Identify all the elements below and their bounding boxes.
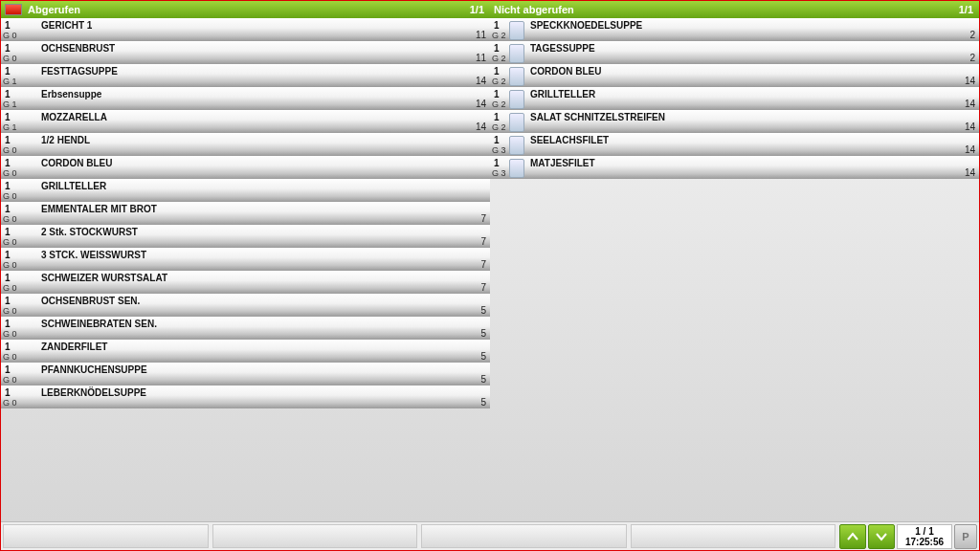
list-item[interactable]: 1SEELACHSFILETG 314 [490, 133, 979, 156]
item-value: 14 [476, 76, 486, 86]
item-qty: 1 [494, 20, 500, 31]
list-item[interactable]: 1TAGESSUPPEG 22 [490, 41, 979, 64]
item-name: SCHWEINEBRATEN SEN. [41, 319, 157, 329]
item-group: G 0 [3, 260, 17, 270]
list-item[interactable]: 1SPECKKNOEDELSUPPEG 22 [490, 18, 979, 41]
footer-slot-2[interactable] [212, 524, 418, 548]
right-page: 1/1 [959, 4, 979, 15]
table-chip [509, 136, 524, 155]
list-item[interactable]: 11/2 HENDLG 0 [1, 133, 490, 156]
list-item[interactable]: 1LEBERKNÖDELSUPPEG 05 [1, 386, 490, 408]
item-name: SPECKKNOEDELSUPPE [530, 20, 642, 31]
left-header: Abgerufen 1/1 [1, 1, 490, 18]
item-qty: 1 [5, 158, 11, 168]
item-qty: 1 [5, 227, 11, 237]
item-group: G 3 [492, 145, 506, 155]
list-item[interactable]: 1GRILLTELLERG 0 [1, 179, 490, 202]
item-name: SCHWEIZER WURSTSALAT [41, 273, 167, 283]
item-name: 2 Stk. STOCKWURST [41, 227, 138, 237]
list-item[interactable]: 1MOZZARELLAG 114 [1, 110, 490, 133]
item-qty: 1 [5, 43, 11, 54]
list-item[interactable]: 1CORDON BLEUG 214 [490, 64, 979, 87]
list-item[interactable]: 1GERICHT 1G 011 [1, 18, 490, 41]
item-name: MATJESFILET [530, 158, 595, 168]
item-name: OCHSENBRUST SEN. [41, 296, 140, 306]
table-chip [509, 90, 524, 109]
left-page: 1/1 [470, 4, 490, 15]
list-item[interactable]: 1EMMENTALER MIT BROTG 07 [1, 202, 490, 225]
footer-controls: 1 / 1 17:25:56 P [837, 522, 979, 550]
item-name: GRILLTELLER [530, 89, 595, 99]
footer-slot-4[interactable] [631, 524, 836, 548]
item-group: G 0 [3, 352, 17, 362]
left-column: Abgerufen 1/1 1GERICHT 1G 0111OCHSENBRUS… [1, 1, 490, 521]
footer-info: 1 / 1 17:25:56 [897, 524, 952, 549]
item-group: G 1 [3, 122, 17, 132]
item-qty: 1 [494, 112, 500, 122]
item-name: SALAT SCHNITZELSTREIFEN [530, 112, 665, 122]
item-qty: 1 [5, 250, 11, 260]
item-group: G 0 [3, 145, 17, 155]
footer-slot-3[interactable] [421, 524, 627, 548]
p-button[interactable]: P [954, 524, 977, 549]
table-chip [509, 159, 524, 178]
nav-down-button[interactable] [868, 524, 895, 549]
item-name: TAGESSUPPE [530, 43, 595, 54]
item-value: 14 [476, 121, 486, 132]
list-item[interactable]: 1GRILLTELLERG 214 [490, 87, 979, 110]
item-qty: 1 [5, 296, 11, 306]
item-qty: 1 [5, 342, 11, 352]
item-qty: 1 [494, 135, 500, 145]
item-qty: 1 [5, 319, 11, 329]
item-qty: 1 [5, 273, 11, 283]
list-item[interactable]: 1 3 STCK. WEISSWURSTG 07 [1, 248, 490, 271]
item-group: G 0 [3, 168, 17, 178]
footer-slot-1[interactable] [3, 524, 209, 548]
item-group: G 0 [3, 214, 17, 224]
list-item[interactable]: 1MATJESFILETG 314 [490, 156, 979, 179]
item-qty: 1 [5, 66, 11, 77]
list-item[interactable]: 1OCHSENBRUST SEN.G 05 [1, 294, 490, 317]
list-item[interactable]: 1OCHSENBRUSTG 011 [1, 41, 490, 64]
list-item[interactable]: 1 2 Stk. STOCKWURSTG 07 [1, 225, 490, 248]
item-value: 2 [969, 30, 975, 40]
item-value: 7 [480, 259, 486, 270]
columns: Abgerufen 1/1 1GERICHT 1G 0111OCHSENBRUS… [1, 1, 979, 521]
chevron-up-icon [847, 532, 858, 541]
list-item[interactable]: 1ZANDERFILETG 05 [1, 340, 490, 363]
list-item[interactable]: 1PFANNKUCHENSUPPEG 05 [1, 363, 490, 386]
item-value: 5 [480, 351, 486, 362]
left-rows: 1GERICHT 1G 0111OCHSENBRUSTG 0111FESTTAG… [1, 18, 490, 521]
item-group: G 2 [492, 99, 506, 109]
list-item[interactable]: 1SCHWEINEBRATEN SEN.G 05 [1, 317, 490, 340]
item-group: G 0 [3, 283, 17, 293]
list-item[interactable]: 1ErbsensuppeG 114 [1, 87, 490, 110]
item-value: 14 [965, 76, 975, 86]
item-qty: 1 [494, 89, 500, 99]
item-value: 14 [965, 99, 975, 109]
list-item[interactable]: 1SCHWEIZER WURSTSALATG 07 [1, 271, 490, 294]
item-group: G 0 [3, 329, 17, 339]
item-qty: 1 [494, 66, 500, 77]
list-item[interactable]: 1FESTTAGSUPPEG 114 [1, 64, 490, 87]
right-rows: 1SPECKKNOEDELSUPPEG 221TAGESSUPPEG 221CO… [490, 18, 979, 521]
item-name: MOZZARELLA [41, 112, 107, 122]
list-item[interactable]: 1SALAT SCHNITZELSTREIFENG 214 [490, 110, 979, 133]
item-qty: 1 [5, 387, 11, 398]
item-name: EMMENTALER MIT BROT [41, 204, 157, 214]
item-value: 7 [480, 213, 486, 224]
item-value: 2 [969, 53, 975, 63]
item-name: CORDON BLEU [41, 158, 112, 168]
item-group: G 0 [3, 398, 17, 408]
item-group: G 3 [492, 168, 506, 178]
item-value: 5 [480, 305, 486, 316]
item-value: 7 [480, 282, 486, 293]
list-item[interactable]: 1CORDON BLEUG 0 [1, 156, 490, 179]
item-qty: 1 [5, 135, 11, 145]
nav-up-button[interactable] [839, 524, 866, 549]
right-column: Nicht abgerufen 1/1 1SPECKKNOEDELSUPPEG … [490, 1, 979, 521]
footer-page: 1 / 1 [915, 526, 933, 537]
item-value: 11 [476, 30, 486, 40]
item-name: 1/2 HENDL [41, 135, 90, 145]
item-qty: 1 [494, 158, 500, 168]
